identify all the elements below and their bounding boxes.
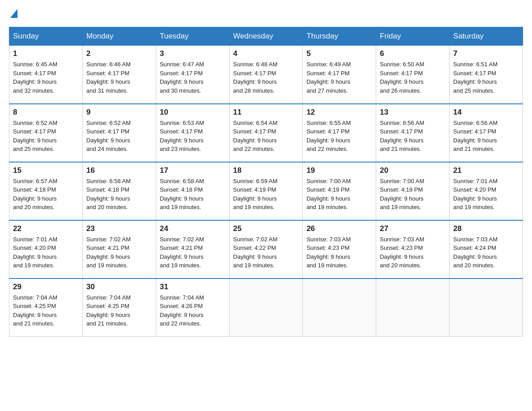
day-info: Sunrise: 6:49 AMSunset: 4:17 PMDaylight:…	[306, 60, 372, 95]
day-info: Sunrise: 6:56 AMSunset: 4:17 PMDaylight:…	[380, 119, 446, 154]
day-number: 21	[453, 166, 519, 175]
calendar-day-cell: 7Sunrise: 6:51 AMSunset: 4:17 PMDaylight…	[450, 46, 523, 104]
calendar-table: SundayMondayTuesdayWednesdayThursdayFrid…	[9, 27, 523, 337]
day-number: 12	[306, 108, 372, 117]
day-info: Sunrise: 7:03 AMSunset: 4:23 PMDaylight:…	[306, 235, 372, 270]
calendar-day-cell: 15Sunrise: 6:57 AMSunset: 4:18 PMDayligh…	[9, 162, 83, 220]
day-info: Sunrise: 6:59 AMSunset: 4:19 PMDaylight:…	[233, 177, 299, 212]
calendar-day-cell: 1Sunrise: 6:45 AMSunset: 4:17 PMDaylight…	[9, 46, 83, 104]
calendar-day-cell: 30Sunrise: 7:04 AMSunset: 4:25 PMDayligh…	[82, 278, 156, 337]
calendar-day-cell: 21Sunrise: 7:01 AMSunset: 4:20 PMDayligh…	[450, 162, 523, 220]
day-number: 2	[86, 49, 152, 58]
day-number: 5	[306, 49, 372, 58]
column-header-monday: Monday	[82, 27, 156, 46]
day-number: 9	[86, 108, 152, 117]
calendar-day-cell: 8Sunrise: 6:52 AMSunset: 4:17 PMDaylight…	[9, 104, 83, 162]
calendar-week-row: 22Sunrise: 7:01 AMSunset: 4:20 PMDayligh…	[9, 220, 523, 278]
day-number: 10	[160, 108, 226, 117]
calendar-day-cell: 9Sunrise: 6:52 AMSunset: 4:17 PMDaylight…	[82, 104, 156, 162]
day-info: Sunrise: 7:01 AMSunset: 4:20 PMDaylight:…	[13, 235, 79, 270]
logo-triangle-icon	[10, 9, 17, 18]
day-info: Sunrise: 7:04 AMSunset: 4:25 PMDaylight:…	[13, 293, 79, 328]
day-info: Sunrise: 7:00 AMSunset: 4:19 PMDaylight:…	[306, 177, 372, 212]
day-number: 6	[380, 49, 446, 58]
calendar-day-cell: 25Sunrise: 7:02 AMSunset: 4:22 PMDayligh…	[229, 220, 303, 278]
day-info: Sunrise: 6:47 AMSunset: 4:17 PMDaylight:…	[160, 60, 226, 95]
day-info: Sunrise: 7:01 AMSunset: 4:20 PMDaylight:…	[453, 177, 519, 212]
column-header-wednesday: Wednesday	[229, 27, 303, 46]
calendar-header-row: SundayMondayTuesdayWednesdayThursdayFrid…	[9, 27, 523, 46]
calendar-day-cell: 3Sunrise: 6:47 AMSunset: 4:17 PMDaylight…	[156, 46, 229, 104]
calendar-day-cell: 29Sunrise: 7:04 AMSunset: 4:25 PMDayligh…	[9, 278, 83, 337]
column-header-thursday: Thursday	[303, 27, 376, 46]
day-number: 31	[160, 283, 226, 291]
calendar-day-cell	[376, 278, 450, 337]
calendar-day-cell: 2Sunrise: 6:46 AMSunset: 4:17 PMDaylight…	[82, 46, 156, 104]
day-number: 15	[13, 166, 79, 175]
calendar-day-cell: 6Sunrise: 6:50 AMSunset: 4:17 PMDaylight…	[376, 46, 450, 104]
day-info: Sunrise: 6:55 AMSunset: 4:17 PMDaylight:…	[306, 119, 372, 154]
day-number: 26	[306, 224, 372, 233]
column-header-sunday: Sunday	[9, 27, 83, 46]
day-info: Sunrise: 7:02 AMSunset: 4:21 PMDaylight:…	[86, 235, 152, 270]
day-number: 1	[13, 49, 79, 58]
day-number: 13	[380, 108, 446, 117]
calendar-day-cell	[450, 278, 523, 337]
day-info: Sunrise: 6:52 AMSunset: 4:17 PMDaylight:…	[86, 119, 152, 154]
calendar-day-cell: 4Sunrise: 6:48 AMSunset: 4:17 PMDaylight…	[229, 46, 303, 104]
day-info: Sunrise: 6:57 AMSunset: 4:18 PMDaylight:…	[13, 177, 79, 212]
day-number: 8	[13, 108, 79, 117]
day-info: Sunrise: 7:02 AMSunset: 4:21 PMDaylight:…	[160, 235, 226, 270]
page-header	[9, 9, 523, 18]
calendar-day-cell: 28Sunrise: 7:03 AMSunset: 4:24 PMDayligh…	[450, 220, 523, 278]
day-info: Sunrise: 6:45 AMSunset: 4:17 PMDaylight:…	[13, 60, 79, 95]
column-header-saturday: Saturday	[450, 27, 523, 46]
day-number: 4	[233, 49, 299, 58]
day-number: 19	[306, 166, 372, 175]
calendar-day-cell: 23Sunrise: 7:02 AMSunset: 4:21 PMDayligh…	[82, 220, 156, 278]
day-info: Sunrise: 7:00 AMSunset: 4:19 PMDaylight:…	[380, 177, 446, 212]
day-number: 29	[13, 283, 79, 291]
calendar-week-row: 15Sunrise: 6:57 AMSunset: 4:18 PMDayligh…	[9, 162, 523, 220]
logo	[9, 9, 17, 18]
day-number: 27	[380, 224, 446, 233]
day-number: 18	[233, 166, 299, 175]
calendar-day-cell: 11Sunrise: 6:54 AMSunset: 4:17 PMDayligh…	[229, 104, 303, 162]
day-info: Sunrise: 6:51 AMSunset: 4:17 PMDaylight:…	[453, 60, 519, 95]
calendar-day-cell: 19Sunrise: 7:00 AMSunset: 4:19 PMDayligh…	[303, 162, 376, 220]
day-info: Sunrise: 7:02 AMSunset: 4:22 PMDaylight:…	[233, 235, 299, 270]
day-info: Sunrise: 6:46 AMSunset: 4:17 PMDaylight:…	[86, 60, 152, 95]
column-header-friday: Friday	[376, 27, 450, 46]
day-info: Sunrise: 6:56 AMSunset: 4:17 PMDaylight:…	[453, 119, 519, 154]
calendar-week-row: 8Sunrise: 6:52 AMSunset: 4:17 PMDaylight…	[9, 104, 523, 162]
day-number: 16	[86, 166, 152, 175]
day-info: Sunrise: 6:58 AMSunset: 4:18 PMDaylight:…	[86, 177, 152, 212]
calendar-day-cell: 24Sunrise: 7:02 AMSunset: 4:21 PMDayligh…	[156, 220, 229, 278]
day-info: Sunrise: 7:04 AMSunset: 4:26 PMDaylight:…	[160, 293, 226, 328]
day-number: 25	[233, 224, 299, 233]
calendar-day-cell: 14Sunrise: 6:56 AMSunset: 4:17 PMDayligh…	[450, 104, 523, 162]
day-number: 17	[160, 166, 226, 175]
calendar-day-cell: 31Sunrise: 7:04 AMSunset: 4:26 PMDayligh…	[156, 278, 229, 337]
calendar-day-cell: 13Sunrise: 6:56 AMSunset: 4:17 PMDayligh…	[376, 104, 450, 162]
day-info: Sunrise: 6:50 AMSunset: 4:17 PMDaylight:…	[380, 60, 446, 95]
calendar-day-cell	[229, 278, 303, 337]
calendar-day-cell: 17Sunrise: 6:58 AMSunset: 4:18 PMDayligh…	[156, 162, 229, 220]
calendar-day-cell: 12Sunrise: 6:55 AMSunset: 4:17 PMDayligh…	[303, 104, 376, 162]
day-info: Sunrise: 7:04 AMSunset: 4:25 PMDaylight:…	[86, 293, 152, 328]
day-info: Sunrise: 6:53 AMSunset: 4:17 PMDaylight:…	[160, 119, 226, 154]
day-info: Sunrise: 6:48 AMSunset: 4:17 PMDaylight:…	[233, 60, 299, 95]
calendar-day-cell: 26Sunrise: 7:03 AMSunset: 4:23 PMDayligh…	[303, 220, 376, 278]
calendar-day-cell: 20Sunrise: 7:00 AMSunset: 4:19 PMDayligh…	[376, 162, 450, 220]
day-number: 24	[160, 224, 226, 233]
day-number: 22	[13, 224, 79, 233]
calendar-week-row: 1Sunrise: 6:45 AMSunset: 4:17 PMDaylight…	[9, 46, 523, 104]
calendar-day-cell: 16Sunrise: 6:58 AMSunset: 4:18 PMDayligh…	[82, 162, 156, 220]
day-number: 20	[380, 166, 446, 175]
day-info: Sunrise: 6:58 AMSunset: 4:18 PMDaylight:…	[160, 177, 226, 212]
calendar-day-cell: 27Sunrise: 7:03 AMSunset: 4:23 PMDayligh…	[376, 220, 450, 278]
day-number: 30	[86, 283, 152, 291]
calendar-day-cell	[303, 278, 376, 337]
calendar-day-cell: 18Sunrise: 6:59 AMSunset: 4:19 PMDayligh…	[229, 162, 303, 220]
calendar-day-cell: 10Sunrise: 6:53 AMSunset: 4:17 PMDayligh…	[156, 104, 229, 162]
